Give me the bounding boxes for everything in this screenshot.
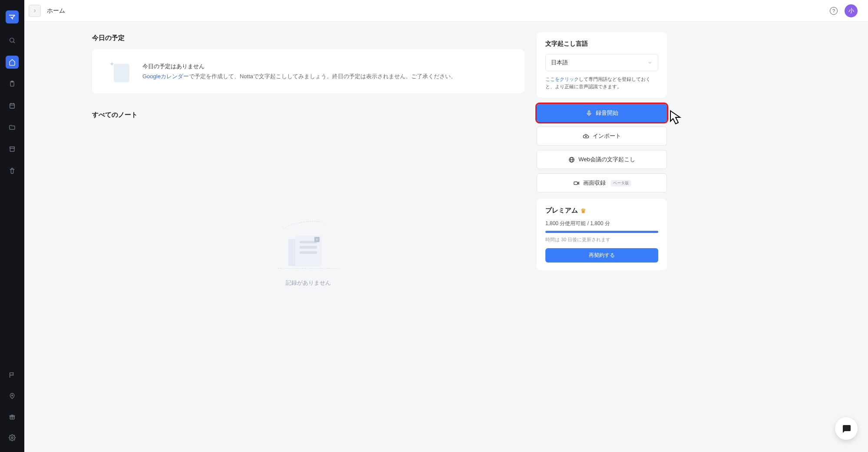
svg-line-1 bbox=[13, 42, 15, 43]
folder-icon[interactable] bbox=[6, 121, 19, 134]
svg-rect-8 bbox=[10, 147, 15, 148]
archive-icon[interactable] bbox=[6, 143, 19, 156]
main-wrapper: ホーム ? 小 今日の予定 ✦ 今日の予定はありません Googleカレンダーで… bbox=[24, 0, 868, 452]
svg-rect-18 bbox=[574, 182, 577, 184]
chat-fab[interactable] bbox=[835, 417, 858, 440]
left-sidebar: マ bbox=[0, 0, 24, 452]
schedule-card: ✦ 今日の予定はありません Googleカレンダーで予定を作成して、Nottaで… bbox=[92, 49, 525, 93]
start-recording-button[interactable]: 録音開始 bbox=[537, 104, 667, 122]
video-icon bbox=[573, 180, 580, 186]
renew-button[interactable]: 再契約する bbox=[545, 248, 658, 263]
usage-progress-bar bbox=[545, 231, 658, 233]
schedule-text: 今日の予定はありません Googleカレンダーで予定を作成して、Nottaで文字… bbox=[142, 61, 456, 82]
gift-icon[interactable] bbox=[6, 410, 19, 423]
action-buttons: 録音開始 インポート Web会議の文字起こし 画面収録 bbox=[537, 104, 667, 193]
chat-icon bbox=[841, 423, 851, 434]
search-icon[interactable] bbox=[6, 34, 19, 47]
beta-badge: ベータ版 bbox=[611, 180, 631, 186]
premium-title: プレミアム ♛ bbox=[545, 206, 658, 215]
mic-icon bbox=[586, 110, 592, 116]
premium-title-text: プレミアム bbox=[545, 206, 578, 215]
svg-rect-4 bbox=[10, 103, 15, 108]
help-icon[interactable]: ? bbox=[830, 7, 838, 15]
schedule-line2-rest: で予定を作成して、Nottaで文字起こししてみましょう。終日の予定は表示されませ… bbox=[189, 73, 456, 80]
collapse-button[interactable] bbox=[29, 5, 41, 17]
start-recording-label: 録音開始 bbox=[596, 109, 618, 117]
calendar-icon[interactable] bbox=[6, 99, 19, 112]
trash-icon[interactable] bbox=[6, 164, 19, 177]
main-column: 今日の予定 ✦ 今日の予定はありません Googleカレンダーで予定を作成して、… bbox=[24, 22, 537, 452]
google-calendar-link[interactable]: Googleカレンダー bbox=[142, 73, 189, 80]
language-select[interactable]: 日本語 bbox=[545, 54, 658, 71]
location-icon[interactable] bbox=[6, 389, 19, 402]
screen-record-button[interactable]: 画面収録 ベータ版 bbox=[537, 173, 667, 193]
custom-dictionary-link[interactable]: ここをクリック bbox=[545, 76, 579, 82]
flag-icon[interactable] bbox=[6, 369, 19, 382]
schedule-empty-illustration: ✦ bbox=[108, 60, 134, 82]
svg-point-9 bbox=[12, 395, 13, 396]
cursor-pointer-annotation bbox=[667, 107, 688, 128]
import-button[interactable]: インポート bbox=[537, 126, 667, 146]
transcribe-language-card: 文字起こし言語 日本語 ここをクリックして専門用語などを登録しておくと、より正確… bbox=[537, 32, 667, 98]
notes-empty-text: 記録がありません bbox=[286, 279, 331, 287]
upload-cloud-icon bbox=[583, 133, 589, 140]
usage-text: 1,800 分使用可能 / 1,800 分 bbox=[545, 220, 658, 227]
chevron-down-icon bbox=[647, 60, 653, 65]
premium-card: プレミアム ♛ 1,800 分使用可能 / 1,800 分 時間は 30 日後に… bbox=[537, 199, 667, 270]
header: ホーム ? 小 bbox=[24, 0, 868, 22]
notes-empty-illustration: × bbox=[278, 214, 339, 266]
schedule-empty-line1: 今日の予定はありません bbox=[142, 61, 456, 71]
clipboard-icon[interactable] bbox=[6, 77, 19, 90]
screen-record-label: 画面収録 bbox=[583, 179, 606, 187]
schedule-section-title: 今日の予定 bbox=[92, 34, 525, 42]
notes-empty-state: × 記録がありません bbox=[92, 127, 525, 287]
content-area: 今日の予定 ✦ 今日の予定はありません Googleカレンダーで予定を作成して、… bbox=[24, 22, 868, 452]
svg-point-13 bbox=[11, 437, 13, 439]
web-meeting-button[interactable]: Web会議の文字起こし bbox=[537, 150, 667, 169]
home-icon[interactable] bbox=[6, 56, 19, 69]
svg-rect-14 bbox=[588, 110, 590, 113]
gear-icon[interactable] bbox=[6, 431, 19, 444]
sidebar-nav-top bbox=[6, 34, 19, 369]
sidebar-nav-bottom bbox=[6, 369, 19, 452]
svg-point-0 bbox=[10, 38, 14, 42]
import-label: インポート bbox=[593, 132, 621, 140]
right-panel: 文字起こし言語 日本語 ここをクリックして専門用語などを登録しておくと、より正確… bbox=[537, 22, 676, 452]
notes-section-title: すべてのノート bbox=[92, 111, 525, 119]
app-logo[interactable]: マ bbox=[6, 10, 19, 23]
selected-language: 日本語 bbox=[551, 59, 568, 66]
transcribe-card-title: 文字起こし言語 bbox=[545, 40, 658, 48]
language-hint: ここをクリックして専門用語などを登録しておくと、より正確に音声認識できます。 bbox=[545, 76, 658, 90]
crown-icon: ♛ bbox=[581, 207, 586, 214]
web-meeting-label: Web会議の文字起こし bbox=[578, 156, 635, 163]
page-title: ホーム bbox=[47, 7, 65, 15]
usage-note: 時間は 30 日後に更新されます bbox=[545, 236, 658, 243]
globe-icon bbox=[568, 156, 575, 163]
avatar[interactable]: 小 bbox=[845, 4, 858, 17]
